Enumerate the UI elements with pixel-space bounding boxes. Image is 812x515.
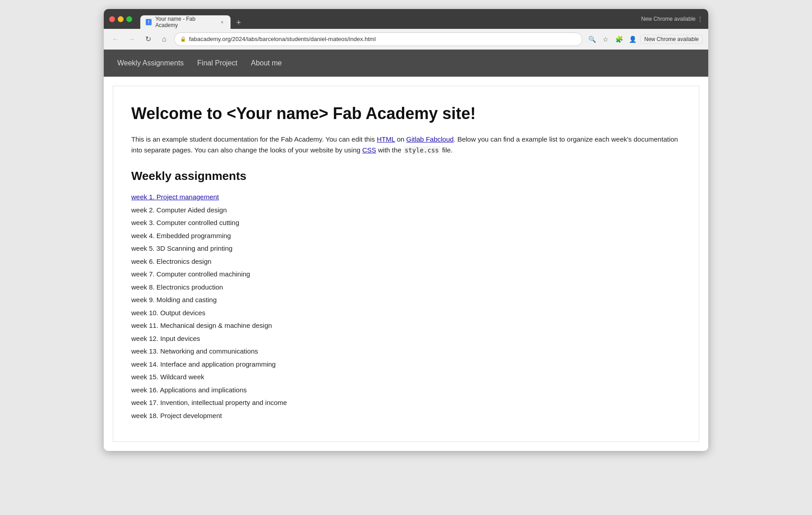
new-chrome-label: New Chrome available <box>641 16 696 22</box>
intro-paragraph: This is an example student documentation… <box>131 134 681 156</box>
gitlab-link[interactable]: Gitlab Fabcloud <box>406 135 454 143</box>
traffic-lights <box>109 16 132 22</box>
list-item: week 4. Embedded programming <box>131 231 681 241</box>
style-css-code: style.css <box>403 146 440 154</box>
maximize-button[interactable] <box>126 16 132 22</box>
star-icon[interactable]: ☆ <box>600 33 611 45</box>
nav-final-project[interactable]: Final Project <box>197 59 237 67</box>
site-navbar: Weekly Assignments Final Project About m… <box>104 50 708 77</box>
list-item: week 15. Wildcard week <box>131 372 681 382</box>
intro-text-2: on <box>395 135 406 143</box>
list-item: week 10. Output devices <box>131 308 681 318</box>
website-content: Weekly Assignments Final Project About m… <box>104 50 708 442</box>
nav-weekly-assignments[interactable]: Weekly Assignments <box>117 59 184 67</box>
list-item: week 12. Input devices <box>131 334 681 344</box>
active-tab[interactable]: f Your name - Fab Academy × <box>140 15 231 29</box>
close-button[interactable] <box>109 16 115 22</box>
list-item: week 1. Project management <box>131 192 681 202</box>
main-content: Welcome to <Your name> Fab Academy site!… <box>113 86 699 442</box>
list-item: week 2. Computer Aided design <box>131 205 681 216</box>
list-item: week 16. Applications and implications <box>131 385 681 395</box>
week-list: week 1. Project managementweek 2. Comput… <box>131 192 681 421</box>
page-title: Welcome to <Your name> Fab Academy site! <box>131 104 681 123</box>
new-chrome-button[interactable]: New Chrome available <box>640 35 703 44</box>
list-item: week 14. Interface and application progr… <box>131 359 681 370</box>
list-item: week 5. 3D Scanning and printing <box>131 244 681 254</box>
intro-text-5: file. <box>440 146 453 154</box>
list-item: week 13. Networking and communications <box>131 346 681 357</box>
forward-button[interactable]: → <box>125 33 138 46</box>
profile-icon[interactable]: 👤 <box>627 33 638 45</box>
address-text: fabacademy.org/2024/labs/barcelona/stude… <box>189 36 376 42</box>
address-bar[interactable]: 🔒 fabacademy.org/2024/labs/barcelona/stu… <box>174 32 582 46</box>
html-link[interactable]: HTML <box>377 135 395 143</box>
css-link[interactable]: CSS <box>362 146 376 154</box>
lock-icon: 🔒 <box>180 36 186 42</box>
week-link-1[interactable]: week 1. Project management <box>131 193 219 201</box>
list-item: week 18. Project development <box>131 411 681 421</box>
intro-text-1: This is an example student documentation… <box>131 135 377 143</box>
minimize-button[interactable] <box>118 16 124 22</box>
reload-button[interactable]: ↻ <box>142 33 154 46</box>
list-item: week 11. Mechanical design & machine des… <box>131 321 681 331</box>
weekly-section-title: Weekly assignments <box>131 169 681 183</box>
list-item: week 7. Computer controlled machining <box>131 269 681 280</box>
list-item: week 9. Molding and casting <box>131 295 681 305</box>
new-tab-button[interactable]: + <box>232 16 245 29</box>
extension-icon[interactable]: 🧩 <box>613 33 625 45</box>
home-icon: ⌂ <box>162 35 166 43</box>
back-button[interactable]: ← <box>109 33 122 46</box>
list-item: week 17. Invention, intellectual propert… <box>131 398 681 408</box>
tab-bar: f Your name - Fab Academy × + <box>140 9 245 29</box>
list-item: week 8. Electronics production <box>131 282 681 293</box>
nav-bar: ← → ↻ ⌂ 🔒 fabacademy.org/2024/labs/barce… <box>104 29 708 50</box>
nav-about-me[interactable]: About me <box>251 59 281 67</box>
browser-window: f Your name - Fab Academy × + New Chrome… <box>104 9 708 451</box>
tab-close-button[interactable]: × <box>219 19 225 25</box>
intro-text-4: with the <box>376 146 403 154</box>
back-icon: ← <box>112 35 119 43</box>
list-item: week 6. Electronics design <box>131 257 681 267</box>
tab-title: Your name - Fab Academy <box>155 16 216 28</box>
tab-favicon: f <box>146 19 152 25</box>
browser-actions: 🔍 ☆ 🧩 👤 New Chrome available <box>586 33 703 45</box>
search-icon[interactable]: 🔍 <box>586 33 598 45</box>
title-bar: f Your name - Fab Academy × + New Chrome… <box>104 9 708 29</box>
chrome-notification[interactable]: New Chrome available ⋮ <box>641 16 703 22</box>
reload-icon: ↻ <box>145 35 151 43</box>
notification-menu-icon: ⋮ <box>697 16 703 22</box>
list-item: week 3. Computer controlled cutting <box>131 218 681 228</box>
forward-icon: → <box>128 35 135 43</box>
home-button[interactable]: ⌂ <box>158 33 171 46</box>
